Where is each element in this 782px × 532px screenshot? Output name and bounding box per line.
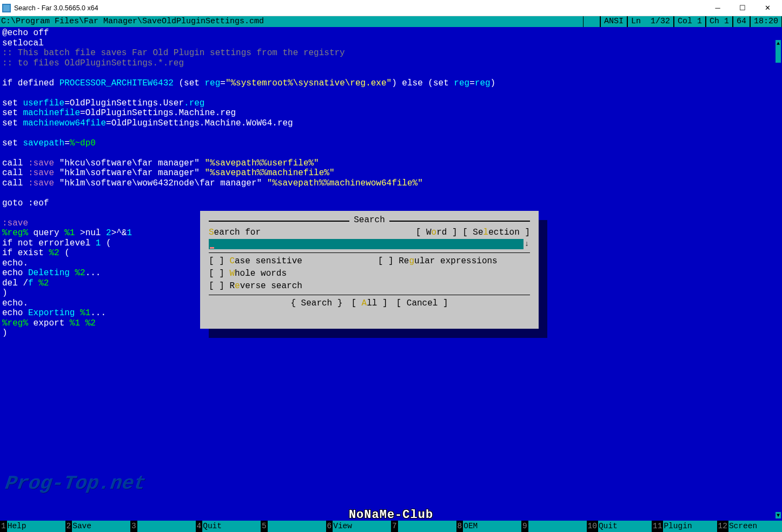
window-title: Search - Far 3.0.5665.0 x64 <box>14 4 705 12</box>
vertical-scrollbar[interactable]: ▲ ▼ <box>776 40 781 518</box>
search-for-label: Search for <box>209 228 261 238</box>
code-comment: :: This batch file saves Far Old Plugin … <box>2 48 345 58</box>
encoding: ANSI <box>600 16 627 27</box>
cancel-button[interactable]: [ Cancel ] <box>394 298 450 309</box>
ch-indicator: Ch 1 <box>706 16 733 27</box>
f2-key[interactable]: 2Save <box>65 521 131 532</box>
f10-key[interactable]: 10Quit <box>587 521 652 532</box>
f5-key[interactable]: 5 <box>261 521 326 532</box>
history-dropdown-icon[interactable]: ↓ <box>523 239 530 249</box>
all-button[interactable]: [ All ] <box>349 298 389 309</box>
f9-key[interactable]: 9 <box>521 521 587 532</box>
scroll-down-icon[interactable]: ▼ <box>776 512 781 518</box>
line-indicator: Ln 1/32 <box>627 16 674 27</box>
col-indicator: Col 1 <box>674 16 706 27</box>
text-cursor <box>210 247 214 249</box>
word-option[interactable]: [ Word ] <box>416 228 458 238</box>
minimize-button[interactable]: ─ <box>705 1 730 16</box>
f1-key[interactable]: 1Help <box>0 521 65 532</box>
search-button[interactable]: { Search } <box>288 298 344 309</box>
editor-status-bar: C:\Program Files\Far Manager\SaveOldPlug… <box>0 16 782 27</box>
scroll-thumb[interactable] <box>776 46 781 63</box>
whole-words-checkbox[interactable]: [ ] Whole words <box>209 269 287 279</box>
search-dialog: Search Search for [ Word ] [ Selection ]… <box>200 211 539 329</box>
time: 18:20 <box>750 16 782 27</box>
code-comment: :: to files OldPluginSettings.*.reg <box>2 58 184 68</box>
f3-key[interactable]: 3 <box>130 521 196 532</box>
maximize-button[interactable]: ☐ <box>730 1 755 16</box>
app-icon <box>2 4 11 12</box>
scroll-up-icon[interactable]: ▲ <box>776 40 781 46</box>
case-sensitive-checkbox[interactable]: [ ] Case sensitive <box>209 256 302 267</box>
close-button[interactable]: ✕ <box>755 1 780 16</box>
f12-key[interactable]: 12Screen <box>717 521 783 532</box>
code-line: setlocal <box>2 38 44 48</box>
f6-key[interactable]: 6View <box>326 521 392 532</box>
f8-key[interactable]: 8OEM <box>456 521 522 532</box>
regex-checkbox[interactable]: [ ] Regular expressions <box>378 256 498 267</box>
window-titlebar: Search - Far 3.0.5665.0 x64 ─ ☐ ✕ <box>0 0 782 16</box>
f11-key[interactable]: 11Plugin <box>652 521 717 532</box>
reverse-search-checkbox[interactable]: [ ] Reverse search <box>209 281 302 291</box>
watermark-text-2: NoNaMe-Club <box>349 508 433 521</box>
search-input[interactable] <box>209 239 523 249</box>
file-path: C:\Program Files\Far Manager\SaveOldPlug… <box>0 16 583 27</box>
codepage: 64 <box>733 16 750 27</box>
editor-area[interactable]: @echo off setlocal :: This batch file sa… <box>0 27 782 521</box>
code-line: @echo off <box>2 28 49 38</box>
function-key-bar: 1Help 2Save 3 4Quit 5 6View 7 8OEM 9 10Q… <box>0 521 782 532</box>
f7-key[interactable]: 7 <box>391 521 456 532</box>
dialog-title: Search <box>349 215 389 225</box>
unknown-cell <box>583 16 600 27</box>
watermark-text: Prog-Top.net <box>4 473 147 495</box>
selection-option[interactable]: [ Selection ] <box>458 228 530 238</box>
f4-key[interactable]: 4Quit <box>196 521 261 532</box>
